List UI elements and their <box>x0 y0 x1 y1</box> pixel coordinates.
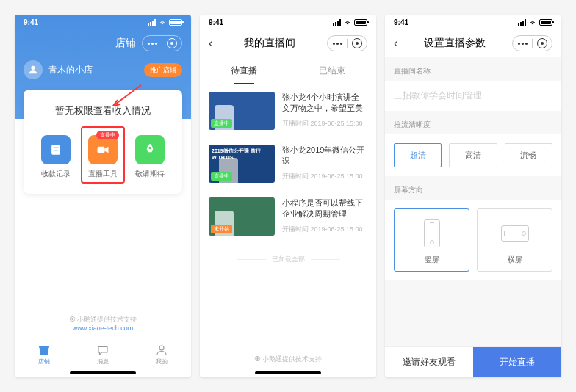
annotation-arrow <box>104 84 148 113</box>
tab-ended[interactable]: 已结束 <box>288 57 376 84</box>
battery-icon <box>169 19 182 26</box>
status-time: 9:41 <box>209 18 223 26</box>
status-badge: 直播中 <box>211 119 232 128</box>
status-time: 9:41 <box>24 18 38 26</box>
more-button[interactable] <box>328 36 347 51</box>
avatar[interactable] <box>24 60 43 79</box>
tool-label: 收款记录 <box>41 169 71 179</box>
status-time: 9:41 <box>394 18 408 26</box>
home-indicator <box>255 371 321 374</box>
phone-portrait-icon <box>424 219 440 247</box>
footer-credit: ⦿ 小鹅通提供技术支持 <box>200 349 376 370</box>
more-button[interactable] <box>143 36 162 51</box>
filter-tabs: 待直播 已结束 <box>200 57 376 84</box>
quality-hd-plus[interactable]: 超清 <box>394 143 442 167</box>
invite-button[interactable]: 邀请好友观看 <box>385 347 473 377</box>
thumbnail: 未开始 <box>209 197 275 236</box>
live-title: 张小龙2019年微信公开课 <box>282 145 367 167</box>
promo-badge[interactable]: 推广店铺 <box>144 63 182 77</box>
svg-point-5 <box>148 147 151 149</box>
tab-pending[interactable]: 待直播 <box>200 57 288 84</box>
thumbnail: 2019微信公开课 前行 WITH US直播中 <box>209 145 275 183</box>
rocket-icon <box>135 135 165 164</box>
shop-name: 青木的小店 <box>48 64 138 76</box>
thumbnail: 直播中 <box>209 92 275 130</box>
status-bar: 9:41 <box>385 15 561 29</box>
quality-hd[interactable]: 高清 <box>449 143 497 167</box>
live-list: 直播中 张小龙4个小时演讲全文万物之中，希望至美 开播时间 2019-06-25… <box>200 84 376 349</box>
tabbar: 店铺 消息 我的 <box>15 338 191 370</box>
live-time: 开播时间 2019-06-25 15:00 <box>282 172 367 181</box>
list-item[interactable]: 直播中 张小龙4个小时演讲全文万物之中，希望至美 开播时间 2019-06-25… <box>200 84 376 137</box>
status-icons <box>148 19 182 26</box>
wifi-icon <box>158 19 167 26</box>
tool-coming-soon[interactable]: 敬请期待 <box>135 135 165 179</box>
status-badge: 直播中 <box>211 172 232 181</box>
room-name-label: 直播间名称 <box>385 57 561 81</box>
close-button[interactable] <box>348 36 367 51</box>
page-title: 我的直播间 <box>212 37 327 50</box>
page-title: 设置直播参数 <box>397 37 512 50</box>
orientation-label: 屏幕方向 <box>385 176 561 200</box>
footer-url[interactable]: www.xiaoe-tech.com <box>15 324 191 332</box>
close-button[interactable] <box>533 36 552 51</box>
quality-options: 超清 高清 流畅 <box>385 134 561 176</box>
capsule-menu <box>327 35 367 51</box>
status-badge: 未开始 <box>211 225 232 233</box>
live-time: 开播时间 2019-06-25 15:00 <box>282 225 367 234</box>
nav-bar: ‹ 我的直播间 <box>200 29 376 57</box>
tab-shop[interactable]: 店铺 <box>15 338 73 370</box>
quality-label: 推流清晰度 <box>385 111 561 134</box>
svg-point-6 <box>159 346 164 350</box>
phone-live-settings: 9:41 ‹ 设置直播参数 直播间名称 三招教你学会时间管理 推流清晰度 超清 … <box>385 15 561 377</box>
card-title: 暂无权限查看收入情况 <box>32 104 173 117</box>
svg-rect-2 <box>54 148 59 148</box>
capsule-menu <box>512 35 552 51</box>
svg-rect-3 <box>54 150 59 150</box>
tab-messages[interactable]: 消息 <box>73 338 132 370</box>
home-indicator <box>70 371 136 374</box>
orientation-portrait[interactable]: 竖屏 <box>394 208 469 272</box>
shop-info-row: 青木的小店 推广店铺 <box>15 57 191 82</box>
start-live-button[interactable]: 开始直播 <box>473 347 561 377</box>
close-button[interactable] <box>162 36 181 51</box>
status-bar: 9:41 <box>15 15 191 29</box>
live-badge: 直播中 <box>96 131 119 139</box>
tool-livestream[interactable]: 直播中 直播工具 <box>88 135 118 179</box>
phone-shop-screen: 9:41 店铺 青木的小店 推广店铺 暂无权限查看收入情况 <box>15 15 191 377</box>
nav-bar: ‹ 设置直播参数 <box>385 29 561 57</box>
tool-receipts[interactable]: 收款记录 <box>41 135 71 179</box>
list-item[interactable]: 2019微信公开课 前行 WITH US直播中 张小龙2019年微信公开课 开播… <box>200 137 376 190</box>
live-title: 张小龙4个小时演讲全文万物之中，希望至美 <box>282 92 367 115</box>
status-bar: 9:41 <box>200 15 376 29</box>
more-button[interactable] <box>513 36 532 51</box>
room-name-input[interactable]: 三招教你学会时间管理 <box>385 81 561 111</box>
orientation-landscape[interactable]: 横屏 <box>477 208 552 272</box>
orientation-options: 竖屏 横屏 <box>385 200 561 280</box>
main-card: 暂无权限查看收入情况 收款记录 直播中 直播工具 敬请期待 <box>24 90 182 194</box>
tool-label: 敬请期待 <box>135 169 165 179</box>
phone-liveroom-list: 9:41 ‹ 我的直播间 待直播 已结束 直播中 张小龙4个小时演讲全文万物之中… <box>200 15 376 377</box>
tools-row: 收款记录 直播中 直播工具 敬请期待 <box>32 135 173 179</box>
loaded-all-text: 已加载全部 <box>200 243 376 276</box>
signal-icon <box>148 19 156 26</box>
page-title: 店铺 <box>115 37 136 50</box>
list-item[interactable]: 未开始 小程序是否可以帮线下企业解决周期管理 开播时间 2019-06-25 1… <box>200 190 376 243</box>
footer-credit: ⦿ 小鹅通提供技术支持 www.xiaoe-tech.com <box>15 309 191 338</box>
phone-landscape-icon <box>501 225 529 242</box>
live-time: 开播时间 2019-06-25 15:00 <box>282 119 367 128</box>
quality-smooth[interactable]: 流畅 <box>505 143 552 167</box>
receipt-icon <box>41 135 71 164</box>
capsule-menu <box>142 35 182 51</box>
title-row: 店铺 <box>15 29 191 57</box>
bottom-actions: 邀请好友观看 开始直播 <box>385 346 561 377</box>
svg-point-0 <box>31 66 35 70</box>
live-title: 小程序是否可以帮线下企业解决周期管理 <box>282 197 367 220</box>
tab-profile[interactable]: 我的 <box>132 338 191 370</box>
